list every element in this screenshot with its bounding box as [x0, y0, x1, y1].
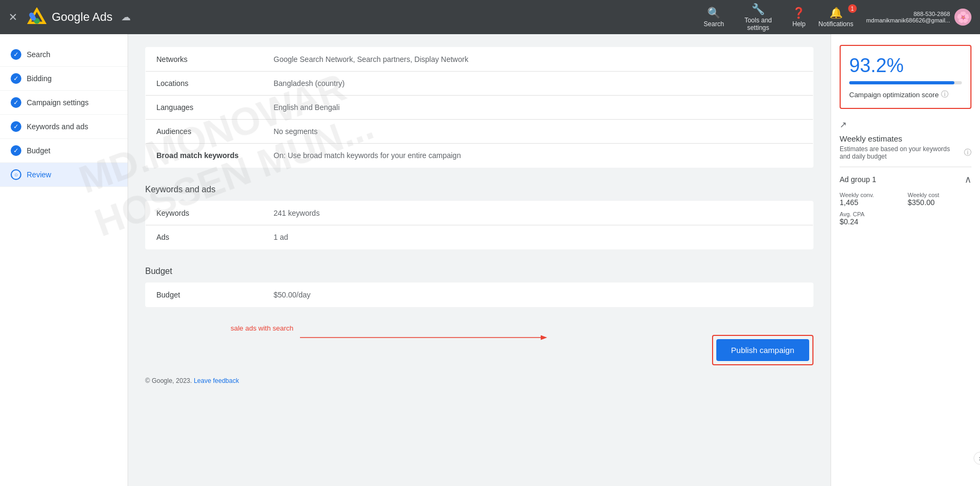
row-value: Bangladesh (country)	[263, 72, 813, 96]
weekly-estimates-section: Weekly estimates Estimates are based on …	[840, 134, 971, 226]
row-label: Audiences	[146, 120, 263, 144]
sidebar-item-review[interactable]: ○ Review	[0, 163, 128, 187]
publish-annotation-label: sale ads with search	[231, 324, 294, 344]
weekly-cost-metric: Weekly cost $350.00	[908, 192, 972, 207]
row-label: Languages	[146, 96, 263, 120]
row-label: Locations	[146, 72, 263, 96]
search-icon: 🔍	[707, 6, 721, 19]
footer-copyright: © Google, 2023.	[145, 377, 192, 385]
sidebar-item-label-keywords: Keywords and ads	[27, 122, 88, 131]
annotation-arrow	[300, 327, 556, 348]
cloud-icon: ☁	[121, 11, 131, 23]
right-panel: 93.2% Campaign optimization score ⓘ ↗ We…	[831, 34, 980, 486]
row-label: Ads	[146, 225, 263, 249]
table-row: Networks Google Search Network, Search p…	[146, 48, 813, 72]
table-row: Budget $50.00/day	[146, 283, 813, 307]
footer-feedback-link[interactable]: Leave feedback	[194, 377, 239, 385]
table-row: Languages English and Bengali	[146, 96, 813, 120]
main-content: MD.MONOWARHOSSEN MUN... Networks Google …	[128, 34, 831, 486]
weekly-cost-label: Weekly cost	[908, 192, 972, 198]
step-icon-keywords: ✓	[11, 121, 21, 132]
keywords-ads-title: Keywords and ads	[145, 185, 813, 194]
weekly-conv-metric: Weekly conv. 1,465	[840, 192, 904, 207]
metrics-grid: Weekly conv. 1,465 Weekly cost $350.00	[840, 192, 971, 207]
footer: © Google, 2023. Leave feedback	[145, 371, 813, 391]
step-icon-budget: ✓	[11, 145, 21, 156]
search-nav-item[interactable]: 🔍 Search	[704, 6, 724, 28]
search-nav-label: Search	[704, 20, 724, 28]
avg-cpa-label: Avg. CPA	[840, 211, 971, 217]
sidebar-item-budget[interactable]: ✓ Budget	[0, 139, 128, 163]
sidebar-item-bidding[interactable]: ✓ Bidding	[0, 67, 128, 91]
help-circle-icon[interactable]: ⓘ	[941, 90, 949, 99]
sidebar-item-label-budget: Budget	[27, 146, 50, 155]
notification-icon: 🔔	[829, 6, 843, 19]
opt-score-bar-bg	[849, 81, 962, 84]
sidebar-item-campaign-settings[interactable]: ✓ Campaign settings	[0, 91, 128, 115]
app-brand: Google Ads	[52, 10, 113, 24]
account-email: mdmanikmanik686626@gmail...	[866, 17, 950, 23]
notifications-nav-label: Notifications	[818, 20, 853, 28]
weekly-sub: Estimates are based on your keywords and…	[840, 145, 971, 160]
chevron-up-icon: ∧	[965, 174, 971, 185]
row-value: 241 keywords	[263, 201, 813, 225]
keywords-ads-table: Keywords 241 keywords Ads 1 ad	[145, 201, 813, 249]
publish-campaign-box: Publish campaign	[712, 335, 813, 365]
google-ads-logo	[27, 7, 46, 27]
sidebar-item-label-search: Search	[27, 50, 50, 59]
budget-section: Budget Budget $50.00/day	[145, 266, 813, 307]
row-value: Google Search Network, Search partners, …	[263, 48, 813, 72]
tools-settings-nav-item[interactable]: 🔧 Tools and settings	[737, 3, 779, 32]
avg-cpa-metric: Avg. CPA $0.24	[840, 211, 971, 226]
sidebar-item-label-bidding: Bidding	[27, 74, 52, 83]
opt-score-bar-fill	[849, 81, 954, 84]
weekly-cost-value: $350.00	[908, 198, 972, 207]
table-row: Ads 1 ad	[146, 225, 813, 249]
row-value: $50.00/day	[263, 283, 813, 307]
right-panel-expand-button[interactable]: ›	[974, 452, 980, 465]
row-label: Broad match keywords	[146, 144, 263, 168]
sidebar-item-keywords-and-ads[interactable]: ✓ Keywords and ads	[0, 115, 128, 139]
budget-title: Budget	[145, 266, 813, 276]
notifications-nav-item[interactable]: 🔔 1 Notifications	[818, 6, 853, 28]
budget-table: Budget $50.00/day	[145, 283, 813, 307]
help-icon: ❓	[792, 6, 805, 19]
table-row: Broad match keywords On: Use broad match…	[146, 144, 813, 168]
row-value: 1 ad	[263, 225, 813, 249]
optimization-score-box: 93.2% Campaign optimization score ⓘ	[840, 45, 971, 109]
row-value: No segments	[263, 120, 813, 144]
table-row: Keywords 241 keywords	[146, 201, 813, 225]
campaign-settings-section: Networks Google Search Network, Search p…	[145, 47, 813, 168]
publish-campaign-button[interactable]: Publish campaign	[716, 339, 809, 361]
account-phone: 888-530-2868	[913, 11, 950, 17]
ad-group-label: Ad group 1	[840, 175, 876, 184]
opt-score-label: Campaign optimization score ⓘ	[849, 90, 962, 99]
sidebar-item-label-campaign-settings: Campaign settings	[27, 98, 89, 107]
tools-nav-label: Tools and settings	[737, 17, 779, 32]
trend-icon: ↗	[840, 120, 971, 130]
row-value: English and Bengali	[263, 96, 813, 120]
step-icon-search: ✓	[11, 49, 21, 60]
step-icon-campaign-settings: ✓	[11, 97, 21, 108]
sidebar: ✓ Search ✓ Bidding ✓ Campaign settings ✓…	[0, 34, 128, 486]
account-info[interactable]: 888-530-2868 mdmanikmanik686626@gmail...…	[866, 9, 971, 26]
opt-score-value: 93.2%	[849, 54, 962, 77]
step-icon-review: ○	[11, 169, 21, 180]
tools-icon: 🔧	[752, 3, 765, 15]
table-row: Audiences No segments	[146, 120, 813, 144]
help-icon-weekly[interactable]: ⓘ	[964, 148, 971, 158]
weekly-conv-value: 1,465	[840, 198, 904, 207]
campaign-settings-table: Networks Google Search Network, Search p…	[145, 47, 813, 168]
table-row: Locations Bangladesh (country)	[146, 72, 813, 96]
notification-badge: 1	[848, 4, 857, 13]
step-icon-bidding: ✓	[11, 73, 21, 84]
help-nav-item[interactable]: ❓ Help	[792, 6, 805, 28]
row-label: Keywords	[146, 201, 263, 225]
sidebar-item-search[interactable]: ✓ Search	[0, 43, 128, 67]
close-button[interactable]: ✕	[9, 11, 18, 23]
weekly-title: Weekly estimates	[840, 134, 971, 143]
help-nav-label: Help	[792, 20, 805, 28]
row-label: Budget	[146, 283, 263, 307]
avg-cpa-value: $0.24	[840, 217, 971, 226]
ad-group-header[interactable]: Ad group 1 ∧	[840, 167, 971, 185]
